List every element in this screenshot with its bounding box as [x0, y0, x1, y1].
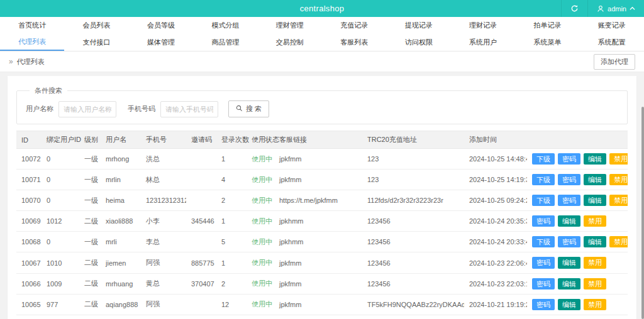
password-button[interactable]: 密码	[558, 236, 580, 247]
nav-item-trade-control[interactable]: 交易控制	[258, 34, 322, 51]
subordinate-button[interactable]: 下级	[532, 174, 555, 185]
table-row: 100691012二级xiaoli888小李3454461使用中jpkhmm12…	[16, 211, 628, 232]
username-label: admin	[608, 5, 626, 13]
subordinate-button[interactable]: 下级	[532, 236, 555, 247]
password-button[interactable]: 密码	[532, 278, 555, 289]
search-button[interactable]: 搜 索	[228, 100, 269, 117]
password-button[interactable]: 密码	[558, 174, 580, 185]
cell-status: 使用中	[247, 315, 274, 319]
column-header-3: 用户名	[101, 131, 141, 149]
cell-invite-code: 370407	[186, 273, 216, 294]
edit-button[interactable]: 编辑	[558, 299, 580, 310]
disable-button[interactable]: 禁用	[584, 278, 606, 289]
search-icon	[236, 105, 243, 113]
cell-id: 10071	[16, 170, 42, 190]
cell-phone: 85212356666	[141, 315, 186, 319]
subordinate-button[interactable]: 下级	[532, 195, 555, 206]
password-button[interactable]: 密码	[558, 195, 580, 206]
cell-level: 一级	[79, 170, 101, 190]
column-header-10: 添加时间	[464, 131, 527, 149]
password-button[interactable]: 密码	[532, 299, 555, 310]
edit-button[interactable]: 编辑	[584, 195, 606, 206]
nav-item-payment-api[interactable]: 支付接口	[64, 34, 128, 51]
nav-item-member-level[interactable]: 会员等级	[129, 17, 193, 34]
cell-trc20-address: 123	[362, 149, 464, 170]
breadcrumb-marker-icon: »	[9, 57, 13, 66]
user-menu[interactable]: admin	[587, 0, 644, 17]
cell-created-at: 2024-10-23 22:06:46	[464, 252, 527, 273]
nav-item-goods-mgmt[interactable]: 商品管理	[193, 34, 257, 51]
cell-phone: 洪总	[141, 149, 186, 170]
disable-button[interactable]: 禁用	[584, 299, 606, 310]
disable-button[interactable]: 禁用	[584, 215, 606, 227]
nav-item-account-change-records[interactable]: 账变记录	[580, 17, 644, 34]
subordinate-button[interactable]: 下级	[532, 153, 555, 165]
nav-item-finance-mgmt[interactable]: 理财管理	[258, 17, 322, 34]
cell-status: 使用中	[247, 273, 274, 294]
cell-level: 二级	[79, 315, 101, 319]
table-row: 100661009二级mrhuang黄总3704072使用中jpkfmm1234…	[16, 273, 628, 294]
edit-button[interactable]: 编辑	[584, 236, 606, 247]
cell-id: 10065	[16, 294, 42, 315]
cell-bind-user-id: 0	[42, 170, 79, 190]
nav-item-system-config[interactable]: 系统配置	[580, 34, 644, 51]
disable-button[interactable]: 禁用	[609, 236, 628, 247]
edit-button[interactable]: 编辑	[558, 257, 580, 268]
password-button[interactable]: 密码	[532, 257, 555, 268]
cell-login-count: 5	[216, 232, 247, 252]
cell-level: 二级	[79, 273, 101, 294]
nav-item-finance-records[interactable]: 理财记录	[451, 17, 515, 34]
cell-phone: 小李	[141, 211, 186, 232]
disable-button[interactable]: 禁用	[609, 153, 628, 165]
cell-trc20-address: TF5kFH9NQQAABz22ryDKAAdETf88VZCtRf	[362, 315, 464, 319]
cell-phone: 12312312312	[141, 190, 186, 211]
edit-button[interactable]: 编辑	[584, 153, 606, 165]
table-row: 10065977二级aqiang888阿强12使用中jpkfmmTF5kFH9N…	[16, 294, 628, 315]
disable-button[interactable]: 禁用	[609, 174, 628, 185]
add-agent-button[interactable]: 添加代理	[594, 54, 635, 70]
edit-button[interactable]: 编辑	[558, 278, 580, 289]
cell-level: 一级	[79, 190, 101, 211]
nav-item-agent-list[interactable]: 代理列表	[0, 34, 64, 51]
nav-item-service-list[interactable]: 客服列表	[322, 34, 386, 51]
cell-status: 使用中	[247, 294, 274, 315]
disable-button[interactable]: 禁用	[609, 195, 628, 206]
cell-login-count: 14	[216, 315, 247, 319]
nav-item-order-records[interactable]: 拍单记录	[515, 17, 579, 34]
nav-row-2: 代理列表支付接口媒体管理商品管理交易控制客服列表访问权限系统用户系统菜单系统配置	[0, 34, 644, 51]
cell-id: 10066	[16, 273, 42, 294]
column-header-11	[527, 131, 628, 149]
nav-item-system-menu[interactable]: 系统菜单	[515, 34, 579, 51]
cell-status: 使用中	[247, 149, 274, 170]
nav-item-withdraw-records[interactable]: 提现记录	[386, 17, 450, 34]
username-input[interactable]	[58, 101, 116, 117]
nav-item-recharge-records[interactable]: 充值记录	[322, 17, 386, 34]
disable-button[interactable]: 禁用	[584, 257, 606, 268]
main-nav: 首页统计会员列表会员等级模式分组理财管理充值记录提现记录理财记录拍单记录账变记录…	[0, 17, 644, 51]
app-header: centralshop admin	[0, 0, 644, 17]
nav-item-member-list[interactable]: 会员列表	[64, 17, 128, 34]
cell-level: 一级	[79, 149, 101, 170]
nav-item-mode-group[interactable]: 模式分组	[193, 17, 257, 34]
refresh-icon	[570, 4, 579, 13]
cell-created-at: 2024-10-23 22:03:17	[464, 273, 527, 294]
cell-bind-user-id: 1012	[42, 211, 79, 232]
cell-actions: 下级密码编辑禁用	[527, 190, 628, 211]
edit-button[interactable]: 编辑	[558, 215, 580, 227]
cell-invite-code: 345446	[186, 211, 216, 232]
nav-item-home-stats[interactable]: 首页统计	[0, 17, 64, 34]
nav-item-system-users[interactable]: 系统用户	[451, 34, 515, 51]
cell-status: 使用中	[247, 211, 274, 232]
refresh-button[interactable]	[561, 0, 587, 17]
password-button[interactable]: 密码	[558, 153, 580, 165]
table-row: 10064976二级mrchen8521235666614使用中123TF5kF…	[16, 315, 628, 319]
cell-bind-user-id: 0	[42, 232, 79, 252]
column-header-4: 手机号	[141, 131, 186, 149]
password-button[interactable]: 密码	[532, 215, 555, 227]
nav-item-access-perms[interactable]: 访问权限	[386, 34, 450, 51]
edit-button[interactable]: 编辑	[584, 174, 606, 185]
phone-input[interactable]	[160, 101, 218, 117]
nav-item-media-mgmt[interactable]: 媒体管理	[129, 34, 193, 51]
scrollbar[interactable]	[641, 107, 644, 319]
cell-bind-user-id: 0	[42, 190, 79, 211]
